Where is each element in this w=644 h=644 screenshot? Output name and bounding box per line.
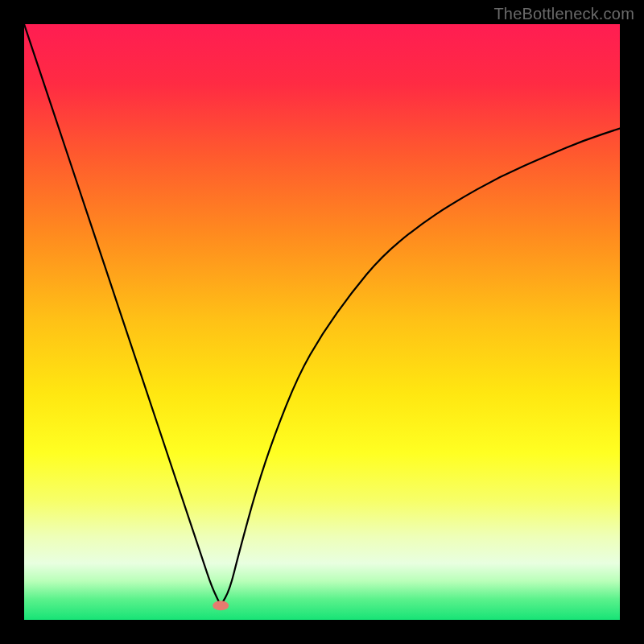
plot-area (24, 24, 620, 620)
gradient-background (24, 24, 620, 620)
optimal-marker (213, 601, 229, 610)
chart-svg (24, 24, 620, 620)
watermark-text: TheBottleneck.com (493, 5, 634, 23)
chart-frame: TheBottleneck.com (0, 0, 644, 644)
